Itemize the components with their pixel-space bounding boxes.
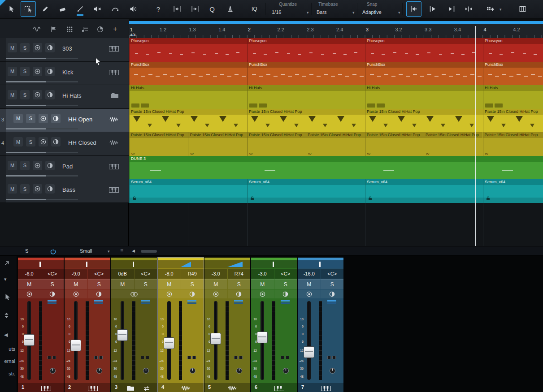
channel-monitor-button[interactable] bbox=[41, 290, 64, 298]
pan-readout[interactable]: <C> bbox=[88, 269, 111, 279]
mixer-channel-4[interactable]: -8.0R49MS1060-6-12-24-36-484 bbox=[158, 258, 204, 392]
send-slot[interactable] bbox=[286, 356, 289, 359]
track-volume-slider[interactable] bbox=[6, 128, 78, 129]
pan-readout[interactable]: <C> bbox=[274, 269, 297, 279]
track-record-button[interactable] bbox=[33, 161, 42, 170]
channel-mute-button[interactable]: M bbox=[111, 279, 134, 289]
send-slot[interactable] bbox=[48, 356, 51, 359]
arrow-tool[interactable] bbox=[4, 1, 19, 17]
pan-readout[interactable]: R74 bbox=[228, 269, 251, 279]
track-mute-button[interactable]: M bbox=[13, 137, 23, 146]
clip[interactable]: Hi Hats bbox=[129, 85, 247, 109]
quantize-action-button[interactable]: Q bbox=[204, 1, 220, 17]
send-slot[interactable] bbox=[332, 356, 336, 359]
track-solo-button[interactable]: S bbox=[20, 43, 30, 52]
clip[interactable]: Phoscyon bbox=[365, 38, 483, 62]
send-slot[interactable] bbox=[239, 356, 243, 359]
track-solo-button[interactable]: S bbox=[20, 184, 30, 194]
pan-bar[interactable] bbox=[111, 260, 157, 268]
channel-record-button[interactable] bbox=[251, 290, 274, 298]
mute-tool[interactable] bbox=[90, 1, 105, 17]
clip[interactable]: PunchBox bbox=[129, 62, 247, 86]
pencil-tool[interactable] bbox=[38, 1, 53, 17]
track-record-button[interactable] bbox=[33, 184, 42, 194]
clip[interactable]: Serum_x64 bbox=[483, 179, 543, 203]
channel-mute-button[interactable]: M bbox=[158, 279, 181, 289]
bend-tool[interactable] bbox=[108, 1, 123, 17]
clip[interactable]: Paiste 15in Closed HiHat Pop∞ bbox=[483, 132, 543, 156]
chevron-down-icon[interactable]: ▾ bbox=[398, 10, 400, 15]
channel-monitor-button[interactable] bbox=[228, 290, 251, 298]
channel-mute-button[interactable]: M bbox=[18, 279, 41, 289]
pan-readout[interactable]: <C> bbox=[135, 269, 157, 279]
channel-solo-button[interactable]: S bbox=[274, 279, 297, 289]
track-record-button[interactable] bbox=[39, 137, 48, 146]
power-icon[interactable] bbox=[50, 248, 56, 256]
track-grid-button[interactable] bbox=[65, 25, 74, 34]
fader-handle[interactable] bbox=[117, 329, 128, 341]
mini-pan-knob[interactable] bbox=[329, 367, 336, 376]
channel-solo-button[interactable]: S bbox=[135, 279, 157, 289]
track-list-options-button[interactable] bbox=[80, 25, 89, 34]
track-mute-button[interactable]: M bbox=[8, 43, 17, 52]
track-monitor-button[interactable] bbox=[51, 137, 61, 146]
clip[interactable]: Paiste 15in Closed HiHat Pop bbox=[483, 109, 543, 133]
channel-monitor-button[interactable] bbox=[321, 290, 344, 298]
mixer-size-select[interactable]: Small bbox=[80, 248, 92, 254]
mixer-channel-7[interactable]: -16.0<C>MS1060-6-12-24-36-487 bbox=[298, 258, 343, 392]
nudge-button[interactable] bbox=[461, 1, 476, 17]
mixer-channel-1[interactable]: -6.0<C>MS1060-6-12-24-36-481 bbox=[18, 258, 64, 392]
editor-view-button[interactable] bbox=[515, 1, 530, 17]
range-tool[interactable] bbox=[21, 1, 36, 17]
clip[interactable]: Paiste 15in Closed HiHat Pop∞ bbox=[365, 132, 424, 156]
track-mute-button[interactable]: M bbox=[8, 67, 17, 76]
mini-pan-knob[interactable] bbox=[189, 367, 196, 376]
mixer-channel-5[interactable]: -3.0R74MS1060-6-12-24-36-485 bbox=[204, 258, 250, 392]
send-slot[interactable] bbox=[281, 356, 284, 359]
clip[interactable]: Serum_x64 bbox=[129, 179, 247, 203]
send-slot[interactable] bbox=[192, 356, 196, 359]
track-volume-slider[interactable] bbox=[6, 175, 78, 177]
mixer-channel-2[interactable]: -9.0<C>MS1060-6-12-24-36-482 bbox=[65, 258, 110, 392]
clip[interactable]: Phoscyon bbox=[247, 38, 365, 62]
track-mute-button[interactable]: M bbox=[13, 114, 23, 123]
volume-readout[interactable]: -16.0 bbox=[298, 269, 321, 279]
send-slot[interactable] bbox=[327, 356, 331, 359]
send-slot[interactable] bbox=[52, 356, 56, 359]
help-button[interactable]: ? bbox=[151, 1, 166, 17]
track-row-hi-hats[interactable]: MSHi Hats bbox=[0, 85, 129, 109]
track-volume-slider[interactable] bbox=[6, 199, 78, 200]
mini-pan-knob[interactable] bbox=[282, 367, 289, 376]
clip[interactable]: Phoscyon bbox=[129, 38, 247, 62]
chevron-left-icon[interactable]: ◀ bbox=[132, 249, 135, 253]
send-slot[interactable] bbox=[234, 356, 238, 359]
channel-record-button[interactable] bbox=[298, 290, 321, 298]
clip[interactable]: Paiste 15in Closed HiHat Pop bbox=[247, 109, 365, 133]
mixer-channel-3[interactable]: 0dB<C>MS1060-6-12-24-36-483 bbox=[111, 258, 157, 392]
clip[interactable]: Paiste 15in Closed HiHat Pop∞ bbox=[247, 132, 306, 156]
mixer-scrollbar[interactable] bbox=[141, 250, 157, 253]
pan-bar[interactable] bbox=[298, 260, 343, 268]
volume-readout[interactable]: -8.0 bbox=[158, 269, 181, 279]
fader-track[interactable] bbox=[307, 301, 311, 380]
timestretch-button[interactable] bbox=[169, 1, 185, 17]
track-monitor-button[interactable] bbox=[45, 184, 55, 194]
clip[interactable]: Paiste 15in Closed HiHat Pop∞ bbox=[129, 132, 188, 156]
groove-button[interactable] bbox=[222, 1, 238, 17]
channel-monitor-button[interactable] bbox=[274, 290, 297, 298]
clip[interactable]: Paiste 15in Closed HiHat Pop bbox=[129, 109, 247, 133]
locate-next-button[interactable] bbox=[444, 1, 459, 17]
clip[interactable]: Paiste 15in Closed HiHat Pop∞ bbox=[306, 132, 365, 156]
track-record-button[interactable] bbox=[39, 114, 48, 123]
locate-previous-button[interactable] bbox=[425, 1, 440, 17]
autoscroll-button[interactable] bbox=[406, 1, 421, 17]
mini-pan-knob[interactable] bbox=[236, 367, 243, 376]
solo-indicator[interactable]: S bbox=[25, 248, 28, 254]
chevron-down-icon[interactable]: ▾ bbox=[108, 249, 110, 254]
paint-tool[interactable] bbox=[73, 1, 88, 17]
clip[interactable]: Serum_x64 bbox=[247, 179, 365, 203]
track-monitor-button[interactable] bbox=[45, 43, 55, 52]
track-volume-slider[interactable] bbox=[6, 105, 78, 106]
clip[interactable]: Paiste 15in Closed HiHat Pop∞ bbox=[424, 132, 482, 156]
pan-readout[interactable]: R49 bbox=[181, 269, 204, 279]
